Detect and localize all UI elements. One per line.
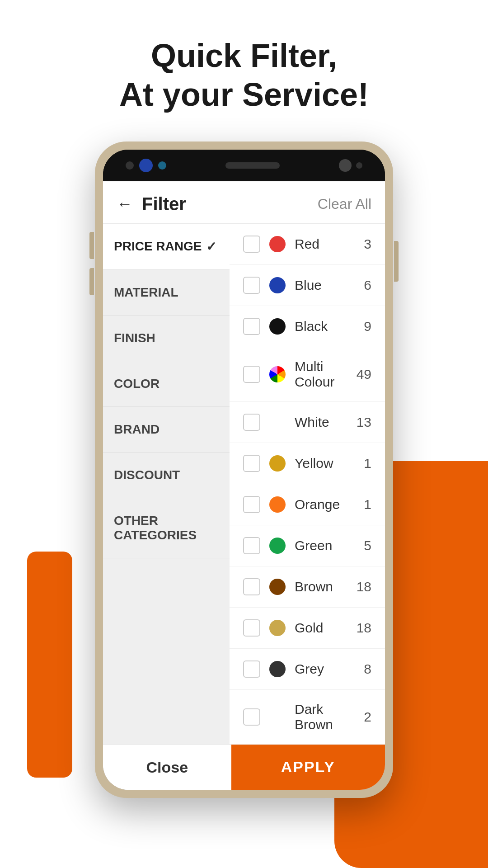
sidebar-label-finish: FINISH [114,331,155,345]
filter-row[interactable]: Blue6 [230,265,385,306]
color-label-multi-colour: Multi Colour [295,359,347,390]
header-left: ← Filter [117,194,186,214]
bottom-bar: Close APPLY [103,745,385,790]
filter-row[interactable]: Orange1 [230,484,385,525]
color-checkbox-black[interactable] [243,318,260,335]
filter-row[interactable]: Multi Colour49 [230,347,385,402]
filter-row[interactable]: White13 [230,402,385,443]
color-checkbox-grey[interactable] [243,660,260,678]
color-count-black: 9 [358,319,371,334]
orange-bg-left [27,552,72,778]
phone-wrapper: ← Filter Clear All PRICE RANGE ✓ MAT [0,132,488,868]
color-dot-green [269,538,286,554]
sidebar-item-discount[interactable]: DISCOUNT [103,453,230,498]
color-label-yellow: Yellow [295,456,349,471]
hero-section: Quick Filter, At your Service! [0,0,488,132]
phone-screen: ← Filter Clear All PRICE RANGE ✓ MAT [103,150,385,790]
color-filter-list: Red3Blue6Black9Multi Colour49White13Yell… [230,224,385,745]
color-count-dark-brown: 2 [358,709,371,725]
sidebar-item-other-categories[interactable]: OTHER CATEGORIES [103,498,230,558]
sidebar-label-discount: DISCOUNT [114,468,180,482]
color-dot-orange [269,496,286,513]
color-count-grey: 8 [358,661,371,677]
filter-row[interactable]: Grey8 [230,649,385,690]
color-dot-black [269,318,286,335]
check-icon: ✓ [206,239,216,254]
color-label-black: Black [295,319,349,334]
screen-title: Filter [142,194,186,214]
volume-up-button[interactable] [89,232,94,259]
filter-row[interactable]: Green5 [230,525,385,566]
hero-title: Quick Filter, At your Service! [18,36,470,114]
color-checkbox-gold[interactable] [243,619,260,637]
filter-row[interactable]: Brown18 [230,566,385,608]
close-button[interactable]: Close [103,745,231,790]
color-checkbox-brown[interactable] [243,578,260,595]
color-count-brown: 18 [357,579,371,594]
filter-row[interactable]: Gold18 [230,608,385,649]
main-content: PRICE RANGE ✓ MATERIAL FINISH COLOR [103,224,385,745]
camera-dot-blue [139,159,153,172]
multicolour-icon [269,366,286,382]
color-checkbox-blue[interactable] [243,277,260,294]
color-dot-gold [269,620,286,636]
color-checkbox-yellow[interactable] [243,455,260,472]
sidebar-label-brand: BRAND [114,422,160,437]
color-count-gold: 18 [357,620,371,636]
color-checkbox-white[interactable] [243,414,260,431]
app-header: ← Filter Clear All [103,181,385,224]
color-count-orange: 1 [358,497,371,512]
sidebar-label-price-range: PRICE RANGE [114,239,202,254]
color-dot-brown [269,579,286,595]
status-bar [103,150,385,181]
camera-dot-teal [158,161,166,170]
color-dot-red [269,236,286,252]
color-count-red: 3 [358,236,371,252]
camera-cluster-left [126,159,166,172]
color-label-orange: Orange [295,497,349,512]
sidebar-label-other-categories: OTHER CATEGORIES [114,514,219,542]
color-dot-empty [269,709,286,725]
color-count-blue: 6 [358,278,371,293]
color-checkbox-dark-brown[interactable] [243,708,260,726]
filter-row[interactable]: Black9 [230,306,385,347]
sidebar-item-material[interactable]: MATERIAL [103,270,230,316]
power-button[interactable] [394,241,399,282]
filter-row[interactable]: Dark Brown2 [230,690,385,745]
color-label-grey: Grey [295,661,349,677]
color-checkbox-green[interactable] [243,537,260,554]
sidebar-item-brand[interactable]: BRAND [103,407,230,453]
color-count-green: 5 [358,538,371,553]
color-label-white: White [295,415,347,430]
color-dot-grey [269,661,286,677]
color-checkbox-multi-colour[interactable] [243,366,260,383]
filter-row[interactable]: Yellow1 [230,443,385,484]
filter-sidebar: PRICE RANGE ✓ MATERIAL FINISH COLOR [103,224,230,745]
sidebar-label-color: COLOR [114,377,160,391]
camera-dot-1 [126,161,134,170]
filter-row[interactable]: Red3 [230,224,385,265]
color-dot-yellow [269,455,286,472]
color-label-brown: Brown [295,579,347,594]
speaker-grille [225,162,280,169]
front-camera [339,159,352,172]
camera-cluster-right [339,159,362,172]
sidebar-label-material: MATERIAL [114,285,178,300]
color-label-blue: Blue [295,278,349,293]
phone-frame: ← Filter Clear All PRICE RANGE ✓ MAT [95,142,393,798]
sidebar-item-price-range[interactable]: PRICE RANGE ✓ [103,224,230,270]
volume-down-button[interactable] [89,268,94,295]
color-checkbox-orange[interactable] [243,496,260,513]
clear-all-button[interactable]: Clear All [318,196,371,212]
apply-button[interactable]: APPLY [231,745,385,790]
color-label-red: Red [295,236,349,252]
color-checkbox-red[interactable] [243,236,260,253]
sidebar-item-finish[interactable]: FINISH [103,316,230,361]
color-label-dark-brown: Dark Brown [295,702,349,732]
back-button[interactable]: ← [117,194,133,213]
color-count-yellow: 1 [358,456,371,471]
sensor-dot [356,162,362,169]
color-dot-blue [269,277,286,293]
color-dot-empty [269,414,286,430]
sidebar-item-color[interactable]: COLOR [103,361,230,407]
